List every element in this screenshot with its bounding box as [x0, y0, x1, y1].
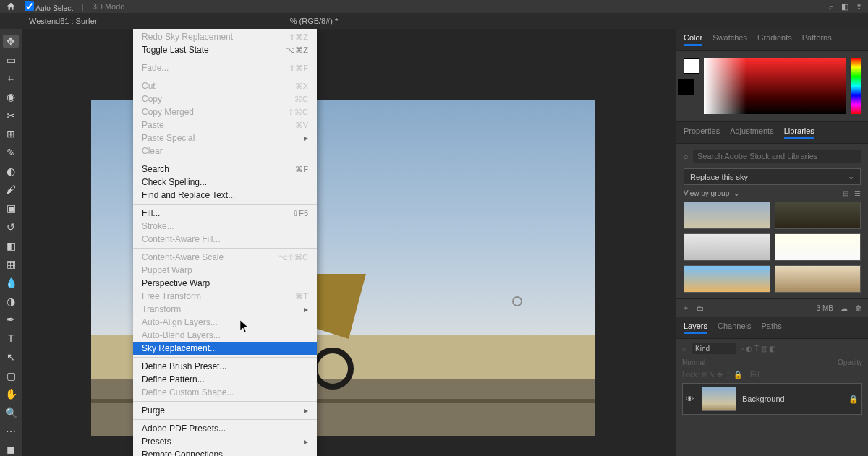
- edit-toolbar[interactable]: ⋯: [3, 425, 19, 438]
- color-swatch[interactable]: ◼: [3, 443, 19, 456]
- tab-properties[interactable]: Properties: [684, 126, 720, 139]
- sky-thumb[interactable]: [684, 202, 770, 229]
- menu-item[interactable]: Perspective Warp: [133, 277, 317, 290]
- search-icon[interactable]: ⌕: [829, 2, 834, 12]
- menu-item: Paste⌘V: [133, 119, 317, 132]
- sky-thumb[interactable]: [684, 265, 770, 293]
- sky-thumb[interactable]: [775, 202, 861, 229]
- gradient-tool[interactable]: ▦: [3, 257, 19, 270]
- menu-item[interactable]: Find and Replace Text...: [133, 189, 317, 202]
- right-panels: ColorSwatchesGradientsPatterns Propertie…: [676, 29, 868, 456]
- auto-select-checkbox[interactable]: Auto-Select: [25, 1, 73, 12]
- selection-tool[interactable]: ◉: [3, 90, 19, 103]
- stamp-tool[interactable]: ▣: [3, 202, 19, 215]
- menu-item[interactable]: Search⌘F: [133, 163, 317, 176]
- sky-thumb[interactable]: [775, 233, 861, 261]
- tab-adjustments[interactable]: Adjustments: [730, 126, 774, 139]
- view-by-label[interactable]: View by group: [684, 189, 729, 197]
- blur-tool[interactable]: 💧: [3, 276, 19, 289]
- frame-tool[interactable]: ⊞: [3, 128, 19, 141]
- home-icon[interactable]: [6, 1, 16, 12]
- menu-item: Copy Merged⇧⌘C: [133, 106, 317, 119]
- crop-tool[interactable]: ✂: [3, 109, 19, 122]
- healing-tool[interactable]: ◐: [3, 165, 19, 178]
- eraser-tool[interactable]: ◧: [3, 239, 19, 252]
- dodge-tool[interactable]: ◑: [3, 295, 19, 308]
- menu-item[interactable]: Toggle Last State⌥⌘Z: [133, 43, 317, 56]
- type-tool[interactable]: T: [3, 332, 19, 345]
- layer-filter-input[interactable]: [692, 343, 736, 354]
- visibility-icon[interactable]: 👁: [686, 395, 696, 403]
- eyedropper-tool[interactable]: ✎: [3, 146, 19, 159]
- menu-item: Paste Special▸: [133, 132, 317, 145]
- menu-item: Clear: [133, 145, 317, 158]
- background-swatch[interactable]: [678, 79, 694, 95]
- menu-item: Redo Sky Replacement⇧⌘Z: [133, 30, 317, 43]
- pen-tool[interactable]: ✒: [3, 314, 19, 327]
- background-layer[interactable]: 👁 Background 🔒: [682, 383, 862, 415]
- tab-title-right[interactable]: % (RGB/8#) *: [290, 17, 339, 25]
- tab-libraries[interactable]: Libraries: [784, 126, 814, 139]
- sky-presets-grid: [684, 202, 861, 293]
- folder-icon[interactable]: 🗀: [697, 304, 704, 312]
- menu-item[interactable]: Define Brush Preset...: [133, 360, 317, 373]
- layer-name[interactable]: Background: [742, 395, 785, 403]
- menu-item[interactable]: Remote Connections...: [133, 448, 317, 456]
- color-panel-tabs: ColorSwatchesGradientsPatterns: [676, 29, 868, 51]
- share-icon[interactable]: ⇪: [856, 2, 862, 12]
- menu-item[interactable]: Purge▸: [133, 404, 317, 417]
- document-tab-bar: Westend61 : Surfer_ % (RGB/8#) *: [0, 13, 868, 29]
- tab-swatches[interactable]: Swatches: [712, 33, 747, 46]
- grid-view-icon[interactable]: ⊞: [843, 189, 848, 197]
- cloud-icon: ☁: [841, 304, 848, 312]
- brush-tool[interactable]: 🖌: [3, 184, 19, 197]
- trash-icon[interactable]: 🗑: [855, 304, 862, 312]
- tab-patterns[interactable]: Patterns: [802, 33, 832, 46]
- menu-item: Content-Aware Fill...: [133, 233, 317, 246]
- sky-thumb[interactable]: [775, 265, 861, 293]
- library-dropdown[interactable]: Replace this sky⌄: [684, 168, 861, 185]
- list-view-icon[interactable]: ☰: [854, 189, 861, 197]
- menu-item: Copy⌘C: [133, 93, 317, 106]
- add-icon[interactable]: ＋: [682, 303, 689, 313]
- zoom-tool[interactable]: 🔍: [3, 406, 19, 419]
- lasso-tool[interactable]: ⌗: [3, 72, 19, 85]
- history-tool[interactable]: ↺: [3, 220, 19, 233]
- search-icon: ⌕: [684, 152, 689, 160]
- foreground-swatch[interactable]: [684, 58, 699, 74]
- layers-panel-tabs: LayersChannelsPaths: [676, 317, 868, 339]
- color-field[interactable]: [704, 58, 846, 114]
- options-bar: Auto-Select | 3D Mode ⌕ ◧ ⇪: [0, 0, 868, 13]
- tab-title-left[interactable]: Westend61 : Surfer_: [29, 17, 102, 25]
- tab-color[interactable]: Color: [684, 33, 702, 46]
- menu-item[interactable]: Presets▸: [133, 435, 317, 448]
- tools-panel: ✥ ▭ ⌗ ◉ ✂ ⊞ ✎ ◐ 🖌 ▣ ↺ ◧ ▦ 💧 ◑ ✒ T ↖ ▢ ✋ …: [0, 29, 22, 456]
- hue-slider[interactable]: [851, 58, 861, 114]
- workspace-icon[interactable]: ◧: [841, 2, 848, 12]
- cursor-icon: [240, 320, 249, 333]
- menu-item[interactable]: Fill...⇧F5: [133, 207, 317, 220]
- lock-icon[interactable]: 🔒: [848, 395, 859, 404]
- props-panel-tabs: PropertiesAdjustmentsLibraries: [676, 122, 868, 144]
- library-search-input[interactable]: [693, 150, 861, 163]
- menu-item: Free Transform⌘T: [133, 290, 317, 303]
- hand-tool[interactable]: ✋: [3, 387, 19, 400]
- marquee-tool[interactable]: ▭: [3, 53, 19, 66]
- menu-item[interactable]: Adobe PDF Presets...: [133, 422, 317, 435]
- sky-thumb[interactable]: [684, 233, 770, 261]
- tab-paths[interactable]: Paths: [762, 322, 782, 334]
- color-picker[interactable]: [676, 51, 868, 121]
- menu-item[interactable]: Define Pattern...: [133, 373, 317, 386]
- menu-item[interactable]: Sky Replacement...: [133, 342, 317, 355]
- menu-item[interactable]: Check Spelling...: [133, 176, 317, 189]
- layer-thumbnail[interactable]: [702, 387, 736, 411]
- menu-item: Transform▸: [133, 303, 317, 316]
- tab-gradients[interactable]: Gradients: [757, 33, 792, 46]
- tab-channels[interactable]: Channels: [718, 322, 751, 334]
- menu-item: Content-Aware Scale⌥⇧⌘C: [133, 251, 317, 264]
- path-tool[interactable]: ↖: [3, 350, 19, 363]
- blend-mode[interactable]: Normal: [682, 358, 705, 366]
- move-tool[interactable]: ✥: [3, 35, 19, 48]
- tab-layers[interactable]: Layers: [684, 322, 707, 334]
- shape-tool[interactable]: ▢: [3, 369, 19, 382]
